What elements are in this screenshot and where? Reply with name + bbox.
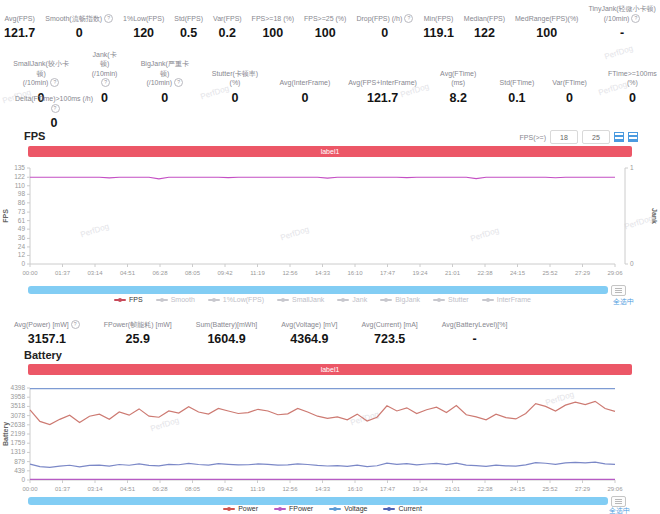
svg-text:04:51: 04:51: [120, 486, 136, 492]
fps-datazoom-bar[interactable]: [28, 286, 608, 294]
stat-value: 0: [629, 88, 636, 108]
legend-item-power[interactable]: Power: [223, 505, 258, 512]
legend-item-stutter[interactable]: Stutter: [433, 296, 469, 303]
legend-label: FPower: [289, 505, 313, 512]
legend-label: Stutter: [448, 296, 469, 303]
fps-stats-row-1: Avg(FPS)121.7Smooth(流畅指数)?01%Low(FPS)120…: [4, 4, 656, 43]
stat-value: 0: [161, 88, 168, 108]
legend-item-interframe[interactable]: InterFrame: [482, 296, 531, 303]
stat-label: FPS>=25 (%): [304, 4, 346, 23]
battery-select-all-link[interactable]: 全选中: [609, 506, 630, 514]
svg-text:49: 49: [18, 225, 26, 232]
battery-datazoom-bar[interactable]: [28, 497, 608, 505]
svg-text:1: 1: [630, 164, 634, 171]
legend-item-smooth[interactable]: Smooth: [156, 296, 195, 303]
stat-bigjank-: BigJank(严重卡顿)(/10min)?0: [139, 50, 191, 108]
legend-item-voltage[interactable]: Voltage: [329, 505, 367, 512]
stat-label: Delta(FTime)>100ms (/h)?: [12, 94, 96, 113]
legend-item-fps[interactable]: FPS: [114, 296, 143, 303]
legend-item-current[interactable]: Current: [383, 505, 421, 512]
stat-smooth-: Smooth(流畅指数)?0: [45, 4, 113, 43]
info-icon[interactable]: ?: [104, 14, 113, 23]
svg-text:439: 439: [14, 467, 25, 474]
fps-threshold-controls: FPS(>=): [520, 130, 638, 144]
svg-text:3078: 3078: [11, 412, 26, 419]
svg-text:00:00: 00:00: [22, 486, 38, 492]
fps-stats-row-3: Delta(FTime)>100ms (/h)?0: [12, 94, 96, 133]
legend-item-fpower[interactable]: FPower: [274, 505, 313, 512]
chart-view-icon[interactable]: [614, 132, 624, 142]
stat-var-ftime-: Var(FTime)0: [552, 50, 587, 108]
battery-chart-legend: PowerFPowerVoltageCurrent: [30, 505, 615, 512]
info-icon[interactable]: ?: [404, 14, 413, 23]
stat-label: Min(FPS): [424, 4, 454, 23]
svg-text:Jank: Jank: [651, 208, 658, 224]
stat-value: 0: [51, 113, 58, 133]
stat-std-ftime-: Std(FTime)0.1: [500, 50, 535, 108]
fps-threshold-high-input[interactable]: [582, 130, 610, 144]
info-icon[interactable]: ?: [101, 78, 110, 87]
svg-text:08:05: 08:05: [185, 270, 201, 276]
legend-item-1%low-fps-[interactable]: 1%Low(FPS): [208, 296, 264, 303]
fps-threshold-low-input[interactable]: [550, 130, 578, 144]
svg-text:2199: 2199: [11, 430, 26, 437]
svg-text:09:42: 09:42: [217, 270, 233, 276]
info-icon[interactable]: ?: [174, 78, 183, 87]
svg-text:3958: 3958: [11, 393, 26, 400]
svg-text:FPS: FPS: [2, 209, 9, 223]
fps-threshold-label: FPS(>=): [520, 134, 546, 141]
svg-text:3518: 3518: [11, 402, 26, 409]
fps-chart-banner: label1: [28, 146, 632, 157]
legend-marker: [277, 299, 289, 301]
stat-avg-power-mw-: Avg(Power) [mW]?3157.1: [14, 310, 80, 349]
stat-delta-ftime->100ms-h-: Delta(FTime)>100ms (/h)?0: [12, 94, 96, 133]
stat-avg-fps-: Avg(FPS)121.7: [4, 4, 35, 43]
fps-datazoom-button[interactable]: [611, 285, 626, 296]
stat-sum-battery-mwh-: Sum(Battery)[mWh]1604.9: [196, 310, 257, 349]
fps-select-all-link[interactable]: 全选中: [613, 297, 634, 307]
svg-text:04:51: 04:51: [120, 270, 136, 276]
legend-label: 1%Low(FPS): [223, 296, 264, 303]
stat-value: 0.5: [180, 23, 197, 43]
legend-marker: [337, 299, 349, 301]
svg-text:11:19: 11:19: [250, 270, 265, 276]
stat-label: BigJank(严重卡顿)(/10min)?: [139, 59, 191, 87]
legend-item-bigjank[interactable]: BigJank: [380, 296, 420, 303]
svg-text:17:47: 17:47: [380, 270, 396, 276]
stat-label: Stutter(卡顿率) (%): [209, 69, 262, 88]
svg-text:11:19: 11:19: [250, 486, 265, 492]
stat-avg-current-ma-: Avg(Current) [mA]723.5: [362, 310, 418, 349]
svg-text:16:10: 16:10: [347, 270, 363, 276]
svg-text:29:06: 29:06: [607, 486, 623, 492]
info-icon[interactable]: ?: [51, 104, 60, 113]
stat-avg-voltage-mv-: Avg(Voltage) [mV]4364.9: [281, 310, 337, 349]
info-icon[interactable]: ?: [50, 78, 59, 87]
stat-label: Avg(Voltage) [mV]: [281, 310, 337, 329]
legend-marker: [274, 508, 286, 510]
svg-text:24: 24: [18, 243, 26, 250]
stat-label: Jank(卡顿)(/10min)?: [88, 50, 121, 88]
stat-label: Avg(BatteryLevel)[%]: [442, 310, 508, 329]
table-view-icon[interactable]: [628, 132, 638, 142]
stat-label: 1%Low(FPS): [123, 4, 164, 23]
stat-value: 120: [133, 23, 154, 43]
stat-value: 25.9: [126, 329, 150, 349]
stat-label: FTime>=100ms (%): [605, 69, 660, 88]
svg-text:24:15: 24:15: [510, 486, 526, 492]
stat-fps>=25-%-: FPS>=25 (%)100: [304, 4, 346, 43]
stat-label: SmallJank(较小卡顿)(/10min)?: [12, 59, 70, 87]
stat-value: 0: [381, 23, 388, 43]
stat-value: 121.7: [367, 88, 398, 108]
info-icon[interactable]: ?: [71, 320, 80, 329]
stat-median-fps-: Median(FPS)122: [464, 4, 505, 43]
stat-label: Std(FPS): [174, 4, 203, 23]
stat-value: 0.2: [219, 23, 236, 43]
svg-text:73: 73: [18, 208, 26, 215]
fps-chart-legend: FPSSmooth1%Low(FPS)SmallJankJankBigJankS…: [30, 296, 615, 303]
legend-item-jank[interactable]: Jank: [337, 296, 367, 303]
legend-item-smalljank[interactable]: SmallJank: [277, 296, 324, 303]
info-icon[interactable]: ?: [631, 14, 640, 23]
fps-section-title: FPS: [24, 130, 45, 142]
stat-label: Var(FTime): [552, 69, 587, 88]
legend-label: SmallJank: [292, 296, 324, 303]
